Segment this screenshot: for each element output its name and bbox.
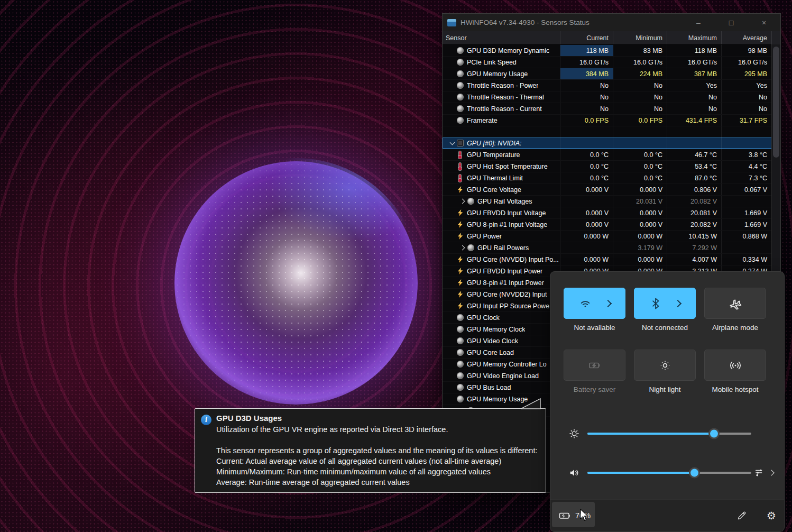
sensor-cell: Throttle Reason - Thermal (443, 91, 560, 103)
table-row[interactable]: GPU Core Voltage 0.000 V 0.000 V 0.806 V… (443, 184, 772, 196)
wifi-expand-chevron-icon[interactable] (604, 299, 611, 307)
brightness-slider[interactable] (587, 433, 751, 435)
table-row[interactable]: GPU Rail Powers 3.179 W 7.292 W (443, 242, 772, 254)
sensor-cell: GPU Bus Load (443, 382, 560, 393)
table-row[interactable]: GPU Core (NVVDD) Input Po... 0.000 W 0.0… (443, 254, 772, 265)
value-minimum: No (613, 80, 667, 91)
value-maximum: 46.7 °C (667, 149, 722, 160)
table-row[interactable]: GPU 8-pin #1 Input Voltage 0.000 V 0.000… (443, 219, 772, 231)
table-row[interactable] (443, 126, 772, 137)
sensor-type-icon (457, 384, 464, 391)
value-minimum: 0.000 V (613, 184, 667, 195)
column-average[interactable]: Average (722, 31, 772, 44)
sensor-type-icon (457, 117, 464, 124)
value-current: 0.000 W (560, 254, 613, 265)
table-row[interactable]: GPU Thermal Limit 0.0 °C 0.0 °C 87.0 °C … (443, 172, 772, 184)
value-average: 1.669 V (722, 207, 772, 218)
settings-button[interactable]: ⚙ (761, 500, 782, 531)
value-current: 0.0 °C (560, 149, 613, 160)
table-row[interactable]: GPU Rail Voltages 20.031 V 20.082 V (443, 196, 772, 207)
value-average: 295 MB (722, 68, 772, 79)
table-row[interactable]: GPU Memory Usage 384 MB 224 MB 387 MB 29… (443, 68, 772, 80)
expand-chevron-icon[interactable] (459, 245, 465, 251)
volume-slider[interactable] (587, 472, 751, 474)
value-current: 118 MB (560, 45, 613, 56)
edit-quick-settings-button[interactable] (731, 500, 752, 531)
value-current: 0.0 °C (560, 161, 613, 172)
wifi-tile[interactable] (564, 288, 625, 319)
sensor-name: GPU Memory Clock (467, 326, 525, 333)
sensor-name: GPU Video Engine Load (467, 372, 539, 380)
value-average: No (722, 103, 772, 114)
value-average: 98 MB (722, 45, 772, 56)
minimize-button[interactable]: – (682, 14, 715, 31)
close-button[interactable]: × (748, 14, 780, 31)
tooltip-spacer (216, 435, 538, 445)
sensor-cell: GPU FBVDD Input Voltage (443, 207, 560, 218)
table-row[interactable]: GPU Power 0.000 W 0.000 W 10.415 W 0.868… (443, 231, 772, 242)
table-row[interactable]: Throttle Reason - Power No No Yes Yes (443, 80, 772, 91)
column-current[interactable]: Current (560, 31, 613, 44)
table-row[interactable]: GPU FBVDD Input Voltage 0.000 V 0.000 V … (443, 207, 772, 219)
maximize-button[interactable]: □ (715, 14, 748, 31)
value-average: 7.3 °C (722, 172, 772, 184)
gear-icon: ⚙ (767, 509, 776, 522)
tooltip-line: Minimum/Maximum: Run-time minimum/maximu… (216, 466, 538, 477)
sensor-type-icon (457, 396, 464, 402)
column-maximum[interactable]: Maximum (667, 31, 722, 44)
table-row[interactable]: GPU D3D Memory Dynamic 118 MB 83 MB 118 … (443, 45, 772, 57)
brightness-slider-thumb[interactable] (708, 428, 720, 439)
sensor-cell: GPU Memory Clock (443, 324, 560, 335)
sensor-type-icon (457, 302, 464, 309)
bluetooth-expand-chevron-icon[interactable] (674, 299, 681, 307)
sensor-type-icon (457, 256, 464, 263)
column-minimum[interactable]: Minimum (613, 31, 667, 44)
mobile-hotspot-tile[interactable] (704, 350, 766, 381)
value-average (722, 137, 772, 149)
volume-row (568, 465, 751, 480)
value-current: 0.000 V (560, 184, 613, 195)
value-average (722, 196, 772, 207)
table-row[interactable]: GPU Hot Spot Temperature 0.0 °C 0.0 °C 5… (443, 161, 772, 172)
sensor-type-icon (457, 47, 464, 54)
value-current: 16.0 GT/s (560, 57, 613, 68)
sensor-type-icon (457, 175, 464, 181)
airplane-mode-tile[interactable] (704, 288, 766, 319)
sensor-cell: GPU Rail Powers (443, 242, 560, 253)
sensor-cell: GPU Core Voltage (443, 184, 560, 195)
sensor-name: GPU Temperature (467, 151, 520, 159)
battery-saver-icon (588, 359, 602, 372)
bluetooth-tile[interactable] (634, 288, 696, 319)
table-row[interactable]: GPU Temperature 0.0 °C 0.0 °C 46.7 °C 3.… (443, 149, 772, 161)
sensor-cell: GPU Core (NVVDD) Input Po... (443, 254, 560, 265)
table-row[interactable]: PCIe Link Speed 16.0 GT/s 16.0 GT/s 16.0… (443, 57, 772, 68)
table-row[interactable]: GPU [#0]: NVIDIA: (443, 137, 772, 149)
value-minimum (613, 126, 667, 137)
hwinfo-titlebar[interactable]: HWiNFO64 v7.34-4930 - Sensors Status – □… (443, 14, 780, 31)
scrollbar-thumb[interactable] (773, 47, 779, 158)
expand-chevron-icon[interactable] (449, 140, 455, 145)
sensor-type-icon (457, 105, 464, 112)
sensor-name: GPU Power (467, 233, 502, 240)
value-maximum: 10.415 W (667, 231, 722, 242)
volume-slider-thumb[interactable] (689, 467, 700, 479)
table-row[interactable]: Throttle Reason - Thermal No No No No (443, 91, 772, 103)
table-row[interactable]: Framerate 0.0 FPS 0.0 FPS 431.4 FPS 31.7… (443, 115, 772, 126)
night-light-tile[interactable] (634, 350, 696, 381)
brightness-sun-icon (568, 428, 580, 439)
audio-output-picker[interactable] (754, 465, 773, 480)
value-maximum: 16.0 GT/s (667, 57, 722, 68)
value-maximum: No (667, 103, 722, 114)
value-average: Yes (722, 80, 772, 91)
sensor-cell: GPU D3D Memory Dynamic (443, 45, 560, 56)
sensor-cell: PCIe Link Speed (443, 57, 560, 68)
expand-chevron-icon[interactable] (459, 199, 465, 204)
sensor-type-icon (457, 361, 464, 368)
column-sensor[interactable]: Sensor (443, 31, 560, 44)
value-maximum: 7.292 W (667, 242, 722, 253)
sensor-name: Throttle Reason - Thermal (467, 94, 544, 101)
value-maximum: 431.4 FPS (667, 115, 722, 126)
table-row[interactable]: Throttle Reason - Current No No No No (443, 103, 772, 115)
sensor-name: GPU Memory Usage (467, 70, 528, 78)
sensor-name: Throttle Reason - Power (467, 82, 538, 89)
